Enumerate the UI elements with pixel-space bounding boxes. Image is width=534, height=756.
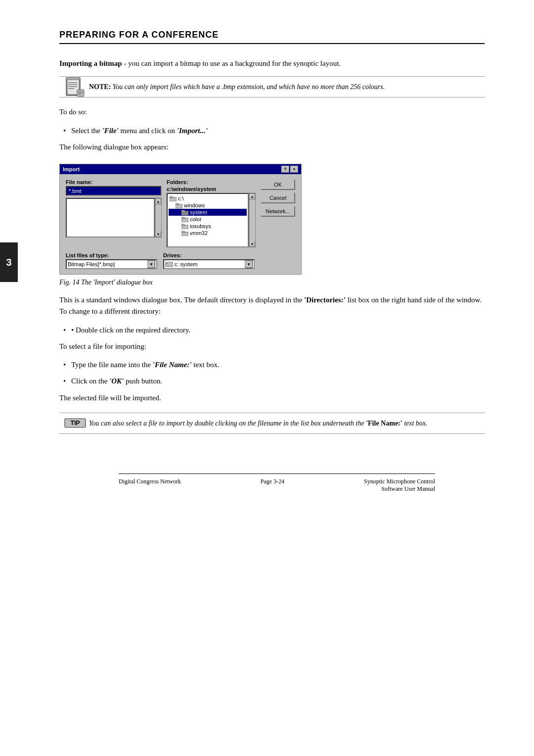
svg-rect-19 — [181, 224, 184, 226]
buttons-spacer — [261, 252, 295, 269]
step3: Type the file name into the 'File Name:'… — [59, 359, 485, 371]
folder-system-label: system — [190, 209, 207, 215]
chapter-tab: 3 — [0, 242, 18, 282]
svg-rect-23 — [166, 263, 168, 264]
step2: • Double click on the required directory… — [59, 325, 485, 336]
note-icon — [64, 77, 85, 97]
dialog-help-btn[interactable]: ? — [281, 166, 289, 173]
drives-field: Drives: c: system ▼ — [163, 252, 255, 269]
folders-path: c:\windows\system — [167, 186, 256, 192]
dialog-left-panel: File name: *.bmt ▲ ▼ — [66, 179, 162, 247]
svg-rect-17 — [181, 217, 184, 219]
todo-label: To do so: — [59, 106, 485, 118]
footer-right-line1: Synoptic Microphone Control — [364, 478, 435, 485]
drives-combo[interactable]: c: system ▼ — [163, 259, 255, 269]
scroll-up-btn[interactable]: ▲ — [155, 198, 161, 204]
footer-right-line2: Software User Manual — [364, 485, 435, 493]
folder-icon-iosubsys — [181, 224, 188, 229]
folder-icon-windows — [176, 203, 182, 208]
svg-rect-22 — [165, 262, 173, 267]
tip-content: You can also select a file to import by … — [89, 418, 428, 428]
file-name-input[interactable]: *.bmt — [66, 186, 162, 196]
folder-item-windows[interactable]: windows — [169, 202, 247, 209]
step4-bold: 'OK' — [109, 377, 124, 385]
folder-item-root[interactable]: c:\ — [169, 195, 247, 202]
svg-rect-13 — [176, 203, 178, 205]
dialog-body: File name: *.bmt ▲ ▼ Folders: c:\windows… — [60, 174, 301, 252]
page-container: 3 PREPARING FOR A CONFERENCE Importing a… — [0, 0, 534, 756]
step1-import: 'Import...' — [177, 127, 208, 135]
scroll-down-btn[interactable]: ▼ — [155, 231, 161, 237]
step4-pre: Click on the — [71, 377, 109, 385]
folder-list-scrollbar[interactable]: ▲ ▼ — [249, 193, 256, 247]
desc1-bold: 'Directories:' — [304, 296, 346, 304]
dialog-bottom-row: List files of type: Bitmap Files[*.bmp] … — [60, 252, 301, 274]
folder-item-iosubsys[interactable]: iosubsys — [169, 223, 247, 230]
drives-label: Drives: — [163, 252, 255, 258]
tip-bold: 'File Name:' — [366, 420, 402, 427]
folder-item-color[interactable]: color — [169, 216, 247, 223]
step4: Click on the 'OK' push button. — [59, 376, 485, 387]
folder-scroll-down-btn[interactable]: ▼ — [249, 241, 255, 247]
footer-left: Digital Congress Network — [119, 478, 181, 485]
folder-iosubsys-label: iosubsys — [190, 223, 211, 229]
chapter-number: 3 — [6, 257, 11, 268]
step3-bold: 'File Name:' — [153, 361, 192, 369]
folder-item-system[interactable]: system — [169, 209, 247, 216]
select-label: To select a file for importing: — [59, 341, 485, 352]
file-list-container: ▲ ▼ — [66, 198, 162, 237]
figure-caption: Fig. 14 The 'Import' dialogue box — [59, 279, 485, 286]
desc1: This is a standard windows dialogue box.… — [59, 294, 485, 318]
folder-vmm32-label: vmm32 — [190, 230, 208, 236]
desc1-text: This is a standard windows dialogue box.… — [59, 296, 304, 304]
tip-text-italic: You can also select a file to import by … — [89, 420, 366, 427]
footer-center: Page 3-24 — [261, 478, 284, 485]
page-footer: Digital Congress Network Page 3-24 Synop… — [119, 473, 435, 493]
drives-value: c: system — [175, 261, 245, 267]
folder-item-vmm32[interactable]: vmm32 — [169, 230, 247, 236]
file-list-scrollbar[interactable]: ▲ ▼ — [155, 198, 162, 237]
svg-rect-15 — [181, 210, 184, 212]
dialog-box: Import ? × File name: *.bmt ▲ ▼ — [59, 164, 302, 275]
drive-combo-icon — [165, 261, 173, 267]
step1-file: 'File' — [102, 127, 118, 135]
list-files-combo[interactable]: Bitmap Files[*.bmp] ▼ — [66, 259, 157, 269]
dialog-right-panel: Folders: c:\windows\system c:\ — [167, 179, 256, 247]
folder-windows-label: windows — [184, 202, 205, 208]
cancel-button[interactable]: Cancel — [261, 192, 295, 203]
step1-mid: menu and click on — [119, 127, 177, 135]
note-content: You can only import files which have a .… — [111, 83, 385, 91]
note-text: NOTE: You can only import files which ha… — [89, 82, 385, 92]
folder-list[interactable]: c:\ windows — [167, 193, 249, 247]
drives-arrow[interactable]: ▼ — [245, 260, 253, 268]
tip-box: TIP You can also select a file to import… — [59, 413, 485, 434]
dialog-titlebar-buttons: ? × — [281, 166, 298, 173]
svg-text:TIP: TIP — [70, 420, 80, 426]
ok-button[interactable]: OK — [261, 179, 295, 190]
list-files-value: Bitmap Files[*.bmp] — [68, 261, 147, 267]
folder-scroll-up-btn[interactable]: ▲ — [249, 193, 255, 199]
folder-color-label: color — [190, 216, 202, 222]
imported-text: The selected file will be imported. — [59, 392, 485, 404]
intro-bold: Importing a bitmap — [59, 59, 122, 67]
folder-list-container: c:\ windows — [167, 193, 256, 247]
intro-rest: - you can import a bitmap to use as a ba… — [122, 59, 341, 67]
tip-rest: text box. — [402, 420, 428, 427]
drive-icon — [170, 196, 177, 201]
network-button[interactable]: Network... — [261, 206, 295, 217]
dialog-close-btn[interactable]: × — [290, 166, 298, 173]
dialog-titlebar: Import ? × — [60, 164, 301, 174]
folders-label: Folders: — [167, 179, 256, 185]
footer-right: Synoptic Microphone Control Software Use… — [364, 478, 435, 493]
step3-rest: text box. — [191, 361, 219, 369]
list-files-arrow[interactable]: ▼ — [147, 260, 155, 268]
list-files-field: List files of type: Bitmap Files[*.bmp] … — [66, 252, 157, 269]
step1-prefix: Select the — [71, 127, 102, 135]
file-list[interactable] — [66, 198, 155, 237]
dialog-buttons-panel: OK Cancel Network... — [261, 179, 295, 247]
tip-icon: TIP — [64, 416, 86, 430]
intro-paragraph: Importing a bitmap - you can import a bi… — [59, 58, 485, 69]
file-name-label: File name: — [66, 179, 162, 185]
section-heading: PREPARING FOR A CONFERENCE — [59, 30, 485, 44]
content-area: PREPARING FOR A CONFERENCE Importing a b… — [59, 30, 485, 493]
